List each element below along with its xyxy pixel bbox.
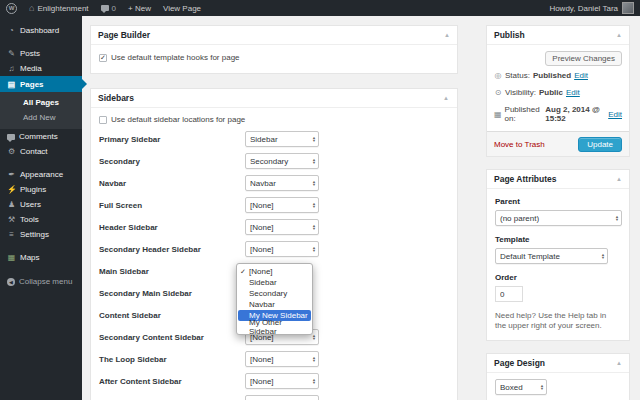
select-arrows-icon: ▲▼ — [312, 158, 316, 165]
page-design-select[interactable]: Boxed ▲▼ — [495, 379, 547, 395]
select-arrows-icon: ▲▼ — [312, 180, 316, 187]
dropdown-option-none[interactable]: ✓ [None] — [238, 266, 311, 277]
select-arrows-icon: ▲▼ — [312, 356, 316, 363]
sidebar-location-label: Secondary Header Sidebar — [99, 245, 201, 254]
edit-link[interactable]: Edit — [566, 88, 580, 97]
select-arrows-icon: ▲▼ — [540, 384, 544, 391]
site-name-label: Enlightenment — [37, 4, 88, 13]
secondary-select[interactable]: Secondary ▲▼ — [245, 153, 319, 169]
submenu-item-add-new[interactable]: Add New — [0, 110, 82, 125]
new-content-menu[interactable]: + New — [122, 0, 157, 16]
dropdown-option-sidebar[interactable]: Sidebar — [238, 277, 311, 288]
site-name-link[interactable]: ⌂ Enlightenment — [23, 0, 95, 16]
sidebar-item-settings[interactable]: ≡ Settings — [0, 227, 82, 242]
update-button[interactable]: Update — [578, 137, 622, 152]
default-sidebar-locations-label: Use default sidebar locations for page — [111, 115, 245, 124]
select-arrows-icon: ▲▼ — [312, 202, 316, 209]
sidebar-location-row-primary-sidebar: Primary Sidebar Sidebar ▲▼ — [99, 129, 457, 151]
publish-title: Publish — [494, 30, 525, 40]
collapse-toggle-icon[interactable]: ▲ — [616, 30, 622, 40]
sidebar-item-dashboard[interactable]: ◔ Dashboard — [0, 23, 82, 38]
preview-changes-button[interactable]: Preview Changes — [545, 51, 622, 66]
settings-icon: ≡ — [7, 230, 16, 239]
default-sidebar-locations-checkbox[interactable] — [99, 116, 107, 124]
publish-row-published-on: ▦ Published on: Aug 2, 2014 @ 15:52 Edit — [494, 105, 622, 123]
sidebar-location-label: Content Sidebar — [99, 311, 161, 320]
sidebar-location-row-partial: ▲▼ — [99, 393, 457, 400]
sidebar-location-row-navbar: Navbar Navbar ▲▼ — [99, 173, 457, 195]
primary-sidebar-select[interactable]: Sidebar ▲▼ — [245, 131, 319, 147]
select-arrows-icon: ▲▼ — [312, 224, 316, 231]
maps-icon: ▦ — [7, 253, 16, 262]
template-hooks-checkbox[interactable]: ✓ — [99, 54, 107, 62]
dropdown-option-secondary[interactable]: Secondary — [238, 288, 311, 299]
sidebar-item-contact[interactable]: ⚙ Contact — [0, 144, 82, 159]
select-arrows-icon: ▲▼ — [312, 378, 316, 385]
sidebar-location-row-secondary: Secondary Secondary ▲▼ — [99, 151, 457, 173]
pages-icon: ▤ — [7, 80, 16, 89]
comments-icon — [7, 134, 15, 140]
header-sidebar-select[interactable]: [None] ▲▼ — [245, 219, 319, 235]
full-screen-select[interactable]: [None] ▲▼ — [245, 197, 319, 213]
sidebar-location-label: Main Sidebar — [99, 267, 149, 276]
right-column: Publish ▲ Preview Changes ◎ Status: Publ… — [486, 25, 630, 400]
howdy-account-menu[interactable]: Howdy, Daniel Tara — [549, 4, 618, 13]
sidebar-location-label: Secondary Main Sidebar — [99, 289, 192, 298]
sidebar-item-tools[interactable]: ⚒ Tools — [0, 212, 82, 227]
users-icon: ♟ — [7, 200, 16, 209]
comments-bubble-icon — [101, 5, 109, 11]
sidebar-location-row-header-sidebar: Header Sidebar [None] ▲▼ — [99, 217, 457, 239]
avatar[interactable] — [622, 2, 634, 14]
sidebar-item-appearance[interactable]: ✒ Appearance — [0, 167, 82, 182]
sidebar-location-label: Full Screen — [99, 201, 142, 210]
dropdown-option-my-other-sidebar[interactable]: My Other Sidebar — [238, 321, 311, 332]
gear-icon: ⚙ — [7, 147, 16, 156]
template-select[interactable]: Default Template ▲▼ — [495, 248, 608, 264]
sidebar-item-comments[interactable]: Comments — [0, 129, 82, 144]
admin-bar-comments[interactable]: 0 — [95, 0, 122, 16]
sidebar-item-posts[interactable]: ✎ Posts — [0, 46, 82, 61]
sidebar-location-row-after-content-sidebar: After Content Sidebar [None] ▲▼ — [99, 371, 457, 393]
wordpress-logo-icon: W — [6, 3, 17, 14]
collapse-toggle-icon[interactable]: ▲ — [444, 30, 450, 40]
sidebar-item-users[interactable]: ♟ Users — [0, 197, 82, 212]
partial-select[interactable]: ▲▼ — [245, 395, 319, 400]
wordpress-menu[interactable]: W — [0, 0, 23, 16]
appearance-icon: ✒ — [7, 170, 16, 179]
sidebar-item-plugins[interactable]: ⚡ Plugins — [0, 182, 82, 197]
sidebar-location-label: Primary Sidebar — [99, 135, 160, 144]
dropdown-option-navbar[interactable]: Navbar — [238, 299, 311, 310]
edit-link[interactable]: Edit — [574, 71, 588, 80]
sidebar-item-maps[interactable]: ▦ Maps — [0, 250, 82, 265]
calendar-icon: ▦ — [494, 110, 502, 119]
page-builder-title: Page Builder — [98, 30, 150, 40]
secondary-header-sidebar-select[interactable]: [None] ▲▼ — [245, 241, 319, 257]
collapse-toggle-icon[interactable]: ▲ — [616, 174, 622, 184]
sidebar-item-pages[interactable]: ▤ Pages — [0, 76, 82, 92]
submenu-item-all-pages[interactable]: All Pages — [0, 95, 82, 110]
collapse-menu-button[interactable]: ◀ Collapse menu — [0, 274, 82, 289]
parent-select[interactable]: (no parent) ▲▼ — [495, 210, 622, 226]
page-attributes-title: Page Attributes — [494, 174, 557, 184]
order-input[interactable] — [495, 286, 523, 302]
sidebar-location-label: Navbar — [99, 179, 126, 188]
menu-separator — [0, 242, 82, 250]
the-loop-sidebar-select[interactable]: [None] ▲▼ — [245, 351, 319, 367]
sidebar-item-media[interactable]: ♫ Media — [0, 61, 82, 76]
view-page-link[interactable]: View Page — [157, 0, 207, 16]
collapse-toggle-icon[interactable]: ▲ — [443, 93, 449, 103]
sidebar-location-label: After Content Sidebar — [99, 377, 182, 386]
edit-link[interactable]: Edit — [608, 110, 622, 119]
sidebar-location-row-the-loop-sidebar: The Loop Sidebar [None] ▲▼ — [99, 349, 457, 371]
after-content-sidebar-select[interactable]: [None] ▲▼ — [245, 373, 319, 389]
collapse-toggle-icon[interactable]: ▲ — [616, 358, 622, 368]
tools-icon: ⚒ — [7, 215, 16, 224]
sidebar-location-label: Secondary Content Sidebar — [99, 333, 204, 342]
main-column: Page Builder ▲ ✓ Use default template ho… — [90, 25, 458, 400]
sidebar-location-label: The Loop Sidebar — [99, 355, 167, 364]
move-to-trash-link[interactable]: Move to Trash — [494, 140, 545, 149]
navbar-select[interactable]: Navbar ▲▼ — [245, 175, 319, 191]
posts-icon: ✎ — [7, 49, 16, 58]
admin-menu: ◔ Dashboard ✎ Posts ♫ Media ▤ Pages All … — [0, 16, 82, 400]
page-attributes-metabox: Page Attributes ▲ Parent (no parent) ▲▼ … — [486, 169, 630, 341]
